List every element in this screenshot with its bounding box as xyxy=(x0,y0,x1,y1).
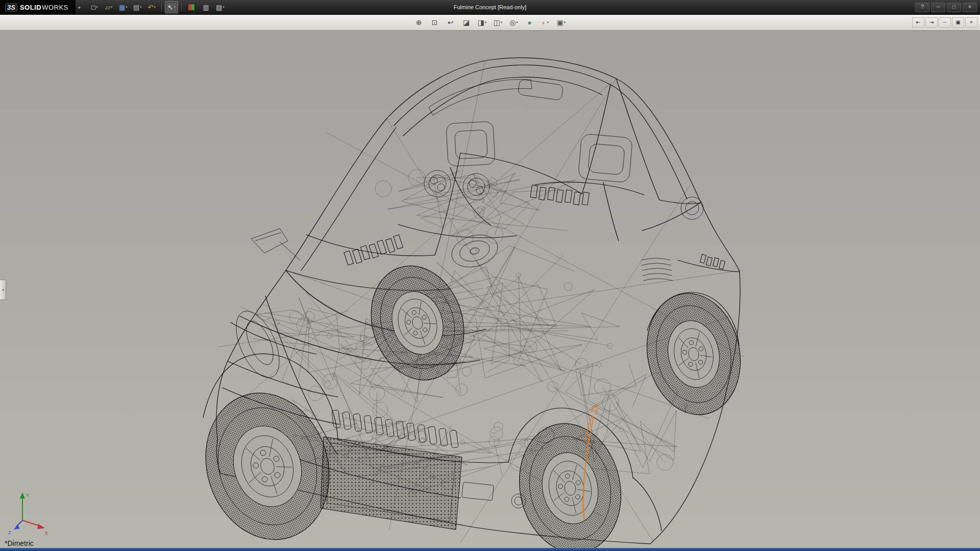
apply-scene-dropdown[interactable]: ▾ xyxy=(547,20,549,24)
print-dropdown[interactable]: ▾ xyxy=(140,5,142,9)
zoom-to-fit-icon: ⊕ xyxy=(416,19,422,26)
pane-left-button[interactable]: ⇤ xyxy=(912,17,924,28)
wheel[interactable] xyxy=(636,285,751,423)
wheel[interactable] xyxy=(357,254,478,392)
solidworks-logo: 3S SOLID WORKS xyxy=(0,0,76,14)
hide-show-items-icon: ◎ xyxy=(509,19,516,26)
main-toolbar: □▾▱▾▦▾▤▾↶▾↖▾▥▧▾ xyxy=(88,1,227,13)
orientation-triad: Y X Z xyxy=(7,489,51,536)
options-dropdown[interactable]: ▾ xyxy=(223,5,225,9)
view-settings-button[interactable]: ▣▾ xyxy=(555,16,568,29)
close-icon: × xyxy=(968,5,971,10)
file-properties-icon: ▥ xyxy=(203,4,209,11)
save-dropdown[interactable]: ▾ xyxy=(126,5,128,9)
selection-filter-button[interactable] xyxy=(185,1,198,13)
section-view-button[interactable]: ◪ xyxy=(460,16,473,29)
undo-icon: ↶ xyxy=(148,4,154,11)
zoom-to-fit-button[interactable]: ⊕ xyxy=(412,16,426,29)
save-icon: ▦ xyxy=(119,4,125,11)
toolbar-separator xyxy=(181,3,182,11)
select-dropdown[interactable]: ▾ xyxy=(174,5,176,9)
zoom-to-area-button[interactable]: ⊡ xyxy=(428,16,442,29)
display-style-icon: ◫ xyxy=(494,19,500,26)
graphics-area[interactable]: ◂ Y X Z *Dimetric xyxy=(0,31,980,548)
hide-show-items-dropdown[interactable]: ▾ xyxy=(516,20,518,24)
doc-restore-button[interactable]: ▣ xyxy=(952,17,964,28)
triad-x-arrow xyxy=(37,524,45,529)
view-orientation-icon: ◨ xyxy=(478,19,484,26)
doc-restore-icon: ▣ xyxy=(955,20,960,25)
window-controls: ?─□× xyxy=(915,3,980,12)
help-button[interactable]: ? xyxy=(915,3,929,12)
triad-x-label: X xyxy=(45,531,48,536)
pane-right-button[interactable]: ⇥ xyxy=(925,17,938,28)
window-title: Fulmine Concept [Read-only] xyxy=(454,4,526,10)
minimize-button[interactable]: ─ xyxy=(931,3,945,12)
open-document-dropdown[interactable]: ▾ xyxy=(111,5,113,9)
brand-name-bold: SOLID xyxy=(20,4,41,11)
solidworks-window: 3S SOLID WORKS ▸ □▾▱▾▦▾▤▾↶▾↖▾▥▧▾ Fulmine… xyxy=(0,0,980,551)
previous-view-icon: ↩ xyxy=(448,19,454,26)
options-button[interactable]: ▧▾ xyxy=(213,1,227,13)
previous-view-button[interactable]: ↩ xyxy=(444,16,457,29)
file-properties-button[interactable]: ▥ xyxy=(199,1,212,13)
hide-show-items-button[interactable]: ◎▾ xyxy=(507,16,521,29)
doc-close-icon: × xyxy=(970,20,973,25)
view-toolbar-row: ⊕⊡↩◪◨▾◫▾◎▾●◐▾▣▾ ⇤⇥─▣× xyxy=(0,15,980,31)
minimize-icon: ─ xyxy=(936,5,940,10)
pane-left-icon: ⇤ xyxy=(916,20,920,25)
triad-y-label: Y xyxy=(26,493,29,498)
close-button[interactable]: × xyxy=(963,3,977,12)
undo-dropdown[interactable]: ▾ xyxy=(154,5,156,9)
triad-y-arrow xyxy=(20,492,25,498)
maximize-button[interactable]: □ xyxy=(947,3,961,12)
view-orientation-button[interactable]: ◨▾ xyxy=(476,16,489,29)
toolbar-separator xyxy=(161,3,162,11)
grille-mesh xyxy=(321,437,462,530)
selection-filter-icon xyxy=(188,4,195,11)
view-orientation-label: *Dimetric xyxy=(5,539,34,547)
section-view-icon: ◪ xyxy=(463,19,470,26)
edit-appearance-button[interactable]: ● xyxy=(523,16,536,29)
pane-right-icon: ⇥ xyxy=(929,20,934,25)
save-button[interactable]: ▦▾ xyxy=(116,1,130,13)
view-settings-dropdown[interactable]: ▾ xyxy=(564,20,566,24)
wheel[interactable] xyxy=(187,377,348,548)
model-wireframe[interactable] xyxy=(0,31,980,548)
maximize-icon: □ xyxy=(952,5,955,10)
new-document-dropdown[interactable]: ▾ xyxy=(96,5,98,9)
apply-scene-button[interactable]: ◐▾ xyxy=(539,16,552,29)
document-window-controls: ⇤⇥─▣× xyxy=(912,17,977,28)
new-document-icon: □ xyxy=(91,4,95,11)
select-icon: ↖ xyxy=(168,4,174,11)
dassault-mark-icon: 3S xyxy=(5,3,17,12)
open-document-button[interactable]: ▱▾ xyxy=(102,1,115,13)
triad-z-label: Z xyxy=(8,530,11,535)
edit-appearance-icon: ● xyxy=(527,19,531,26)
help-icon: ? xyxy=(921,5,924,10)
zoom-to-area-icon: ⊡ xyxy=(432,19,438,26)
open-document-icon: ▱ xyxy=(105,4,110,11)
heads-up-view-toolbar: ⊕⊡↩◪◨▾◫▾◎▾●◐▾▣▾ xyxy=(412,16,568,29)
feature-panel-collapse-tab[interactable]: ◂ xyxy=(0,280,6,300)
undo-button[interactable]: ↶▾ xyxy=(145,1,158,13)
new-document-button[interactable]: □▾ xyxy=(88,1,101,13)
view-orientation-dropdown[interactable]: ▾ xyxy=(485,20,487,24)
print-button[interactable]: ▤▾ xyxy=(131,1,144,13)
apply-scene-icon: ◐ xyxy=(542,19,546,26)
print-icon: ▤ xyxy=(133,4,139,11)
brand-name-light: WORKS xyxy=(42,4,68,11)
view-settings-icon: ▣ xyxy=(557,19,564,26)
taskbar-strip xyxy=(0,548,980,551)
display-style-button[interactable]: ◫▾ xyxy=(492,16,505,29)
select-button[interactable]: ↖▾ xyxy=(165,1,178,13)
title-bar: 3S SOLID WORKS ▸ □▾▱▾▦▾▤▾↶▾↖▾▥▧▾ Fulmine… xyxy=(0,0,980,15)
doc-minimize-button[interactable]: ─ xyxy=(939,17,951,28)
options-icon: ▧ xyxy=(216,4,222,11)
doc-minimize-icon: ─ xyxy=(943,20,946,25)
doc-close-button[interactable]: × xyxy=(965,17,977,28)
display-style-dropdown[interactable]: ▾ xyxy=(501,20,503,24)
menu-expand-arrow-icon[interactable]: ▸ xyxy=(79,5,81,10)
